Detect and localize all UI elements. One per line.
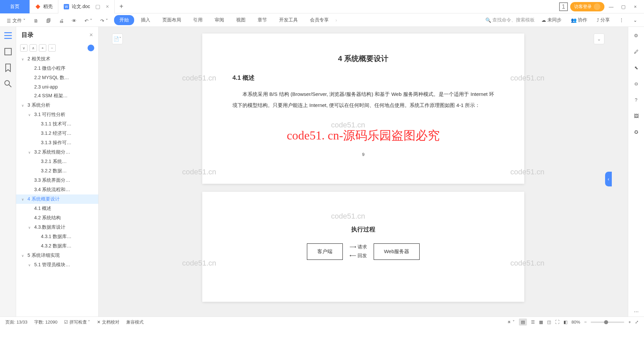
status-compat[interactable]: 兼容模式 bbox=[126, 319, 144, 325]
zoom-in-icon[interactable]: + bbox=[628, 320, 631, 325]
ribbon-vip[interactable]: 会员专享 bbox=[305, 15, 334, 25]
minimize-icon[interactable]: — bbox=[606, 1, 616, 12]
add-heading-icon[interactable]: + bbox=[39, 44, 46, 52]
expand-all-icon[interactable]: ∧ bbox=[30, 44, 37, 52]
status-words[interactable]: 字数: 12090 bbox=[34, 319, 57, 325]
zoom-value[interactable]: 80% bbox=[572, 320, 580, 325]
ribbon-layout[interactable]: 页面布局 bbox=[157, 15, 186, 25]
collapse-all-icon[interactable]: ∨ bbox=[20, 44, 28, 52]
status-proof[interactable]: ✕ 文档校对 bbox=[97, 319, 119, 325]
zoom-out-icon[interactable]: − bbox=[584, 320, 587, 325]
document-scroll[interactable]: 4 系统概要设计 4.1 概述 本系统采用 B/S 结构 (Browser/Se… bbox=[99, 27, 628, 317]
preview-button[interactable]: 👁 bbox=[69, 15, 79, 26]
statusbar: 页面: 13/33 字数: 12090 ☑ 拼写检查 ˅ ✕ 文档校对 兼容模式… bbox=[0, 317, 644, 327]
tree-item[interactable]: 2.2 MYSQL 数… bbox=[16, 73, 98, 82]
titlebar: 首页 稻壳 W 论文.doc ▢ × + 1 访客登录 — ▢ × bbox=[0, 0, 644, 13]
tree-item[interactable]: ∨3.1 可行性分析 bbox=[16, 110, 98, 119]
sync-button[interactable]: ☁未同步 bbox=[539, 15, 564, 25]
status-spellcheck[interactable]: ☑ 拼写检查 ˅ bbox=[64, 319, 90, 325]
tree-item[interactable]: 3.4 系统流程和… bbox=[16, 185, 98, 194]
tree-item[interactable]: ∨5.1 管理员模块… bbox=[16, 260, 98, 270]
help-icon[interactable]: ? bbox=[632, 95, 641, 105]
tab-docker[interactable]: 稻壳 bbox=[30, 0, 58, 13]
tree-item[interactable]: 4.1 概述 bbox=[16, 204, 98, 213]
tree-item[interactable]: ∨5 系统详细实现 bbox=[16, 251, 98, 260]
expand-icon[interactable]: ⤢ bbox=[635, 320, 639, 325]
ribbon-insert[interactable]: 插入 bbox=[136, 15, 156, 25]
tools-icon[interactable]: ⊖ bbox=[632, 79, 641, 89]
login-button[interactable]: 访客登录 bbox=[570, 2, 604, 11]
ribbon-review[interactable]: 审阅 bbox=[209, 15, 229, 25]
print-button[interactable]: 🖨 bbox=[56, 15, 66, 26]
tree-item[interactable]: 3.1.1 技术可… bbox=[16, 119, 98, 129]
search-input[interactable]: 🔍查找命令、搜索模板 bbox=[485, 17, 535, 23]
side-panel-handle[interactable]: ‹ bbox=[605, 172, 612, 186]
tree-item[interactable]: 3.2.1 系统… bbox=[16, 157, 98, 166]
tree-item[interactable]: 2.4 SSM 框架… bbox=[16, 91, 98, 101]
more-icon[interactable]: ⋮ bbox=[616, 15, 627, 25]
tree-item[interactable]: 4.3.1 数据库… bbox=[16, 232, 98, 241]
ribbon-ref[interactable]: 引用 bbox=[188, 15, 208, 25]
fit-icon[interactable]: ◧ bbox=[564, 320, 568, 325]
tree-item[interactable]: 4.3.2 数据库… bbox=[16, 241, 98, 251]
redo-icon: ↷ bbox=[100, 18, 104, 23]
outline-close-icon[interactable]: × bbox=[89, 32, 93, 39]
tab-list-icon[interactable]: 1 bbox=[558, 1, 569, 12]
close-icon[interactable]: × bbox=[630, 1, 641, 12]
ribbon-start[interactable]: 开始 bbox=[114, 15, 134, 25]
view-outline-icon[interactable]: ☰ bbox=[531, 320, 535, 325]
tab-close-icon[interactable]: × bbox=[106, 4, 109, 10]
ribbon-dev[interactable]: 开发工具 bbox=[274, 15, 303, 25]
ribbon-view[interactable]: 视图 bbox=[231, 15, 251, 25]
save-button[interactable]: 🗎 bbox=[31, 15, 41, 26]
tree-item[interactable]: ∨4 系统概要设计 bbox=[16, 194, 98, 204]
tree-item[interactable]: ∨3.2 系统性能分… bbox=[16, 148, 98, 157]
more-tools-icon[interactable]: ⋯ bbox=[632, 307, 641, 317]
share-button[interactable]: ⤴分享 bbox=[594, 15, 612, 25]
select-icon[interactable]: ⬉ bbox=[632, 63, 641, 72]
tree-item[interactable]: 3.1.3 操作可… bbox=[16, 138, 98, 148]
tree-item[interactable]: ∨4.3.数据库设计 bbox=[16, 223, 98, 232]
view-web-icon[interactable]: ▦ bbox=[539, 320, 543, 325]
redo-button[interactable]: ↷ ˅ bbox=[98, 15, 111, 26]
tree-item[interactable]: 4.2 系统结构 bbox=[16, 213, 98, 223]
find-tab-icon[interactable] bbox=[3, 79, 13, 89]
remove-heading-icon[interactable]: − bbox=[48, 44, 56, 52]
outline-title: 目录 bbox=[21, 31, 34, 39]
tab-add-button[interactable]: + bbox=[115, 3, 128, 10]
tree-item[interactable]: ∨3 系统分析 bbox=[16, 101, 98, 110]
tree-item[interactable]: 2.1 微信小程序 bbox=[16, 64, 98, 73]
tab-home[interactable]: 首页 bbox=[0, 0, 30, 13]
collapse-ribbon-icon[interactable]: ⌄ bbox=[631, 15, 640, 25]
outline-tab-icon[interactable] bbox=[3, 31, 13, 40]
style-icon[interactable]: 🖉 bbox=[632, 47, 641, 56]
maximize-icon[interactable]: ▢ bbox=[618, 1, 629, 12]
bookmark-tab-icon[interactable] bbox=[3, 63, 13, 72]
brightness-icon[interactable]: ☀ ˅ bbox=[507, 320, 515, 325]
svg-rect-7 bbox=[5, 48, 11, 55]
view-read-icon[interactable]: ◫ bbox=[547, 320, 551, 325]
tab-document[interactable]: W 论文.doc ▢ × bbox=[58, 0, 115, 13]
ribbon: 开始 插入 页面布局 引用 审阅 视图 章节 开发工具 会员专享 › 🔍查找命令… bbox=[0, 13, 644, 27]
tree-item[interactable]: ∨2 相关技术 bbox=[16, 54, 98, 64]
svg-text:W: W bbox=[65, 5, 68, 9]
ribbon-chapter[interactable]: 章节 bbox=[252, 15, 272, 25]
status-page[interactable]: 页面: 13/33 bbox=[5, 319, 28, 325]
tree-item[interactable]: 3.1.2 经济可… bbox=[16, 129, 98, 138]
save-as-button[interactable]: 🗐 bbox=[44, 15, 54, 26]
settings-icon[interactable]: ⚙ bbox=[632, 31, 641, 40]
tree-item[interactable]: 3.3 系统界面分… bbox=[16, 176, 98, 185]
image-icon[interactable]: 🖼 bbox=[632, 111, 641, 121]
tree-item[interactable]: 3.2.2 数据… bbox=[16, 166, 98, 176]
outline-badge-icon[interactable] bbox=[88, 45, 94, 51]
undo-button[interactable]: ↶ ˅ bbox=[82, 15, 95, 26]
menu-button[interactable]: ☰ 文件 ˅ bbox=[4, 15, 28, 26]
star-icon[interactable]: ✪ bbox=[632, 127, 641, 137]
window-mode-icon[interactable]: ▢ bbox=[95, 3, 100, 10]
tree-item[interactable]: 2.3 uni-app bbox=[16, 82, 98, 91]
collab-button[interactable]: 👥协作 bbox=[568, 15, 590, 25]
view-page-icon[interactable]: ▤ bbox=[519, 319, 527, 326]
fullscreen-icon[interactable]: ⛶ bbox=[555, 320, 559, 325]
nav-tab-icon[interactable] bbox=[3, 47, 13, 56]
zoom-slider[interactable] bbox=[591, 322, 624, 323]
